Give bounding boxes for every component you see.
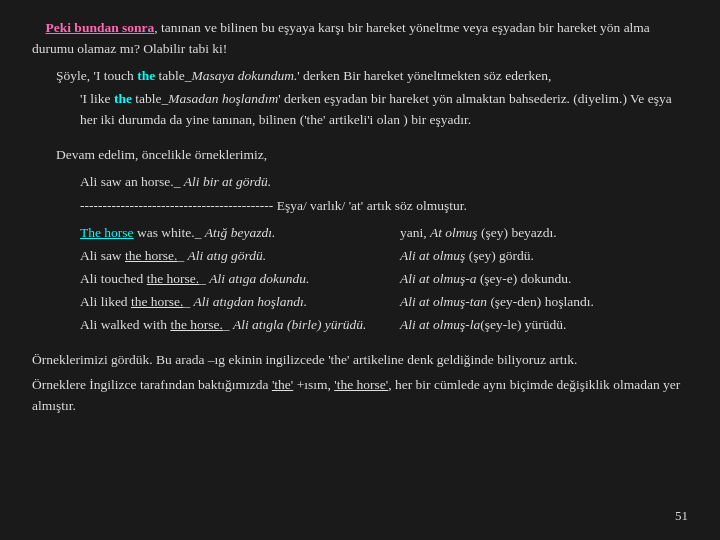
row0-the-horse: The horse (80, 225, 134, 240)
row2-left: Ali touched the horse._ Ali atıga dokund… (80, 269, 400, 290)
section2-heading: Devam edelim, öncelikle örneklerimiz, (56, 145, 688, 166)
row3-left: Ali liked the horse._ Ali atıgdan hoşlan… (80, 292, 400, 313)
para2-quote1: 'I touch (94, 68, 138, 83)
para3-table: table (132, 91, 162, 106)
table-row: Ali walked with the horse._ Ali atıgla (… (80, 315, 688, 336)
final-the2: 'the horse' (334, 377, 388, 392)
row2-sep: _ (199, 271, 206, 286)
table-row: Ali touched the horse._ Ali atıga dokund… (80, 269, 688, 290)
para3-italic: _Masadan hoşlandım (162, 91, 279, 106)
para3-prefix: 'I like (80, 91, 114, 106)
row3-sep: _ (183, 294, 190, 309)
row4-at-olmus: Ali at olmuş-la (400, 317, 480, 332)
row0-at-olmus: At olmuş (430, 225, 478, 240)
row3-right-rest: (şey-den) hoşlandı. (487, 294, 594, 309)
row0-right: yani, At olmuş (şey) beyazdı. (400, 223, 680, 244)
paragraph3: 'I like the table_Masadan hoşlandım' der… (80, 89, 688, 131)
row1-italic: Ali atıg gördü. (188, 248, 267, 263)
example1-line: Ali saw an horse._ Ali bir at gördü. (80, 172, 688, 193)
divider-dashes: ----------------------------------------… (80, 198, 273, 213)
row3-the-horse: the horse. (131, 294, 183, 309)
row0-right-rest: (şey) beyazdı. (478, 225, 557, 240)
page-number: 51 (675, 506, 688, 526)
page-content: Peki bundan sonra, tanınan ve bilinen bu… (0, 0, 720, 540)
row4-prefix: Ali walked with (80, 317, 170, 332)
table-row: Ali liked the horse._ Ali atıgdan hoşlan… (80, 292, 688, 313)
divider-line: ----------------------------------------… (80, 196, 688, 217)
table-row: The horse was white._ Atığ beyazdı. yani… (80, 223, 688, 244)
row2-prefix: Ali touched (80, 271, 147, 286)
final-the1: 'the' (272, 377, 293, 392)
row0-left: The horse was white._ Atığ beyazdı. (80, 223, 400, 244)
row2-italic: Ali atıga dokundu. (209, 271, 309, 286)
the-highlight-1: the (137, 68, 155, 83)
final-para1-text: Örneklerimizi gördük. Bu arada –ıg ekini… (32, 352, 577, 367)
row4-left: Ali walked with the horse._ Ali atıgla (… (80, 315, 400, 336)
paragraph1: Peki bundan sonra, tanınan ve bilinen bu… (32, 18, 688, 60)
row4-sep: _ (223, 317, 230, 332)
final-para2: Örneklere İngilizce tarafından baktığımı… (32, 375, 688, 417)
row4-right-rest: (şey-le) yürüdü. (480, 317, 566, 332)
row1-prefix: Ali saw (80, 248, 125, 263)
divider-text: Eşya/ varlık/ 'at' artık söz olmuştur. (273, 198, 466, 213)
row0-yani: yani, (400, 225, 430, 240)
example1-translation: Ali bir at gördü. (184, 174, 271, 189)
row4-right: Ali at olmuş-la(şey-le) yürüdü. (400, 315, 680, 336)
row3-italic: Ali atıgdan hoşlandı. (194, 294, 308, 309)
paragraph2: Şöyle, 'I touch the table_Masaya dokundu… (56, 66, 688, 87)
row2-right: Ali at olmuş-a (şey-e) dokundu. (400, 269, 680, 290)
para2-prefix: Şöyle, (56, 68, 94, 83)
row4-italic: Ali atıgla (birle) yürüdü. (233, 317, 366, 332)
row2-at-olmus: Ali at olmuş-a (400, 271, 477, 286)
row3-right: Ali at olmuş-tan (şey-den) hoşlandı. (400, 292, 680, 313)
row1-at-olmus: Ali at olmuş (400, 248, 465, 263)
table-row: Ali saw the horse._ Ali atıg gördü. Ali … (80, 246, 688, 267)
row2-right-rest: (şey-e) dokundu. (477, 271, 572, 286)
row3-prefix: Ali liked (80, 294, 131, 309)
row4-the-horse: the horse. (170, 317, 222, 332)
row3-at-olmus: Ali at olmuş-tan (400, 294, 487, 309)
section2-title: Devam edelim, öncelikle örneklerimiz, (56, 147, 267, 162)
row1-the-horse: the horse. (125, 248, 177, 263)
row1-sep: _ (177, 248, 184, 263)
example1-text: Ali saw an horse. (80, 174, 174, 189)
examples-table: The horse was white._ Atığ beyazdı. yani… (80, 223, 688, 336)
row1-left: Ali saw the horse._ Ali atıg gördü. (80, 246, 400, 267)
bold-phrase: Peki bundan sonra (46, 20, 155, 35)
para2-italic: _Masaya dokundum. (185, 68, 297, 83)
final-para1: Örneklerimizi gördük. Bu arada –ıg ekini… (32, 350, 688, 371)
row0-italic: Atığ beyazdı. (205, 225, 276, 240)
final-para2-prefix: Örneklere İngilizce tarafından baktığımı… (32, 377, 272, 392)
row1-right: Ali at olmuş (şey) gördü. (400, 246, 680, 267)
row0-rest: was white._ (134, 225, 202, 240)
row2-the-horse: the horse. (147, 271, 199, 286)
the-highlight-2: the (114, 91, 132, 106)
example1-sep: _ (174, 174, 181, 189)
row1-right-rest: (şey) gördü. (465, 248, 534, 263)
final-para2-mid: +ısım, (293, 377, 334, 392)
para2-table: table (155, 68, 185, 83)
para2-suffix: ' derken Bir hareket yöneltmekten söz ed… (297, 68, 551, 83)
